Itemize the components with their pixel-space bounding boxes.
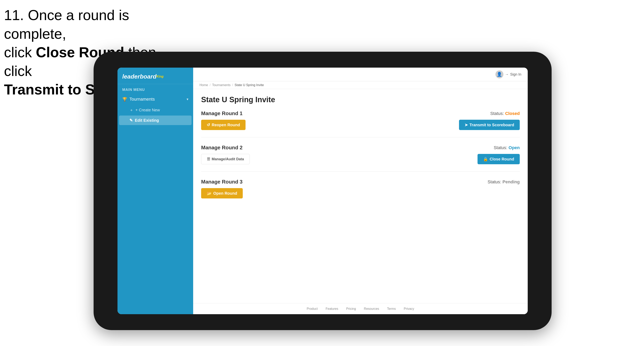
footer-privacy[interactable]: Privacy: [404, 307, 414, 311]
sign-in-label: →: [505, 72, 508, 77]
create-new-icon: ＋: [130, 107, 134, 113]
round-1-actions: ↺ Reopen Round ➤ Transmit to Scoreboard: [201, 120, 520, 130]
content-area: State U Spring Invite Manage Round 1 Sta…: [193, 89, 528, 303]
breadcrumb-tournaments[interactable]: Tournaments: [212, 83, 230, 87]
round-2-title: Manage Round 2: [201, 145, 242, 151]
open-round-button[interactable]: 📂 Open Round: [201, 188, 243, 198]
edit-icon: ✎: [130, 118, 133, 123]
sidebar-item-tournaments[interactable]: 🏆 Tournaments ▾: [118, 93, 193, 105]
breadcrumb-sep-2: /: [232, 83, 233, 87]
round-2-section: Manage Round 2 Status: Open ☰ Manage/Aud…: [201, 145, 520, 172]
sign-in-button[interactable]: 👤 → Sign In: [496, 70, 521, 78]
logo-leaderboard-text: leaderboard: [122, 73, 156, 80]
user-avatar-icon: 👤: [496, 70, 504, 78]
sidebar-create-new-label: + Create New: [136, 108, 160, 112]
close-round-button[interactable]: 🔒 Close Round: [478, 154, 520, 164]
round-2-header: Manage Round 2 Status: Open: [201, 145, 520, 151]
manage-audit-label: Manage/Audit Data: [212, 157, 244, 161]
top-bar: 👤 → Sign In: [193, 68, 528, 81]
round-2-status-label: Status:: [494, 145, 507, 150]
transmit-scoreboard-label: Transmit to Scoreboard: [470, 123, 514, 127]
footer-resources[interactable]: Resources: [364, 307, 379, 311]
footer-product[interactable]: Product: [307, 307, 318, 311]
round-1-title: Manage Round 1: [201, 110, 242, 117]
breadcrumb-sep-1: /: [210, 83, 210, 87]
round-2-status: Status: Open: [494, 145, 520, 150]
open-icon: 📂: [207, 191, 212, 196]
sidebar: leaderboardKing MAIN MENU 🏆 Tournaments …: [118, 68, 193, 314]
round-1-status-value: Closed: [505, 111, 520, 116]
breadcrumb-current: State U Spring Invite: [234, 83, 264, 87]
round-3-actions: 📂 Open Round: [201, 188, 520, 198]
reopen-icon: ↺: [207, 123, 210, 127]
footer-features[interactable]: Features: [326, 307, 338, 311]
round-3-status-label: Status:: [488, 179, 501, 184]
round-1-header: Manage Round 1 Status: Closed: [201, 110, 520, 117]
open-round-label: Open Round: [213, 191, 237, 196]
app-layout: leaderboardKing MAIN MENU 🏆 Tournaments …: [118, 68, 528, 314]
chevron-down-icon: ▾: [186, 97, 188, 101]
footer: Product Features Pricing Resources Terms…: [193, 303, 528, 314]
sidebar-edit-existing-label: Edit Existing: [135, 118, 159, 123]
main-content: 👤 → Sign In Home / Tournaments / State U…: [193, 68, 528, 314]
sidebar-tournaments-label: Tournaments: [130, 97, 155, 102]
trophy-icon: 🏆: [122, 97, 127, 102]
tablet-screen: leaderboardKing MAIN MENU 🏆 Tournaments …: [118, 68, 528, 314]
round-3-title: Manage Round 3: [201, 179, 242, 185]
round-3-status: Status: Pending: [488, 179, 520, 184]
sidebar-logo: leaderboardKing: [118, 68, 193, 84]
reopen-round-button[interactable]: ↺ Reopen Round: [201, 120, 246, 130]
sidebar-menu-label: MAIN MENU: [118, 84, 193, 93]
lock-icon: 🔒: [483, 157, 488, 162]
round-3-section: Manage Round 3 Status: Pending 📂 Open Ro…: [201, 179, 520, 206]
sidebar-item-create-new[interactable]: ＋ + Create New: [118, 105, 193, 115]
sign-in-text: Sign In: [510, 72, 521, 77]
round-1-section: Manage Round 1 Status: Closed ↺ Reopen R…: [201, 110, 520, 137]
breadcrumb-home[interactable]: Home: [200, 83, 208, 87]
round-2-status-value: Open: [508, 145, 520, 150]
manage-audit-data-button[interactable]: ☰ Manage/Audit Data: [201, 154, 250, 164]
page-title: State U Spring Invite: [201, 95, 520, 104]
reopen-round-label: Reopen Round: [212, 123, 240, 127]
footer-pricing[interactable]: Pricing: [346, 307, 356, 311]
instruction-line1: 11. Once a round is complete,: [4, 7, 129, 42]
transmit-to-scoreboard-button[interactable]: ➤ Transmit to Scoreboard: [459, 120, 520, 130]
transmit-icon: ➤: [464, 123, 468, 127]
round-3-header: Manage Round 3 Status: Pending: [201, 179, 520, 185]
tablet-device: leaderboardKing MAIN MENU 🏆 Tournaments …: [94, 52, 552, 330]
sidebar-item-edit-existing[interactable]: ✎ Edit Existing: [119, 116, 192, 125]
logo: leaderboardKing: [122, 73, 188, 80]
footer-terms[interactable]: Terms: [387, 307, 396, 311]
breadcrumb: Home / Tournaments / State U Spring Invi…: [193, 81, 528, 89]
round-1-status: Status: Closed: [490, 111, 520, 116]
close-round-label: Close Round: [490, 157, 514, 162]
audit-icon: ☰: [207, 157, 210, 161]
logo-king-text: King: [156, 75, 164, 78]
round-3-status-value: Pending: [502, 179, 520, 184]
round-1-status-label: Status:: [490, 111, 504, 116]
round-2-actions: ☰ Manage/Audit Data 🔒 Close Round: [201, 154, 520, 164]
